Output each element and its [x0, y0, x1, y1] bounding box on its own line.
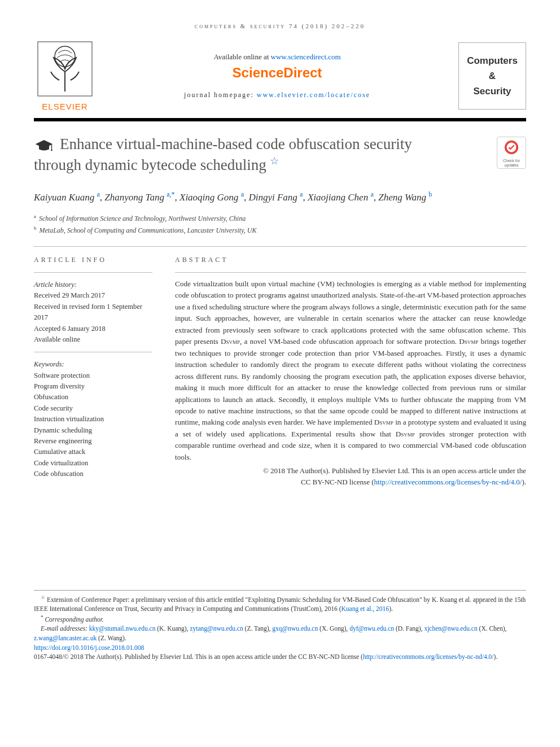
- keyword: Cumulative attack: [34, 447, 152, 457]
- divider: [34, 246, 526, 247]
- keyword: Code security: [34, 403, 152, 414]
- available-online-line: Available online at www.sciencedirect.co…: [107, 53, 447, 62]
- copyright-line2-prefix: CC BY-NC-ND license (: [301, 478, 374, 486]
- homepage-prefix: journal homepage:: [184, 91, 257, 99]
- copyright-block: © 2018 The Author(s). Published by Elsev…: [175, 465, 526, 488]
- article-info-label: ARTICLE INFO: [34, 255, 152, 265]
- author: Xiaojiang Chen a: [308, 192, 374, 203]
- footnote-extension: ☆ Extension of Conference Paper: a preli…: [34, 594, 526, 614]
- copyright-line2-suffix: ).: [522, 478, 526, 486]
- abstract-text: Code virtualization built upon virtual m…: [175, 278, 526, 463]
- keyword: Program diversity: [34, 381, 152, 392]
- affiliations: a School of Information Science and Tech…: [34, 212, 526, 236]
- running-header: computers & security 74 (2018) 202–220: [34, 23, 526, 29]
- graduation-cap-icon: [34, 138, 54, 154]
- history-accepted: Accepted 6 January 2018: [34, 324, 152, 334]
- publisher-logo-block: ELSEVIER: [34, 41, 96, 111]
- author: Zheng Wang b: [378, 192, 432, 203]
- masthead: ELSEVIER Available online at www.science…: [34, 41, 526, 121]
- email-link[interactable]: dyf@nwu.edu.cn: [349, 625, 394, 632]
- title-section: Check for updates Enhance virtual-machin…: [34, 134, 526, 176]
- journal-title-line3: Security: [463, 84, 521, 99]
- keyword: Reverse engineering: [34, 436, 152, 447]
- footnote-corresponding: * Corresponding author.: [34, 614, 526, 624]
- history-revised: Received in revised form 1 September 201…: [34, 302, 152, 324]
- title-footnote-star: ☆: [270, 155, 279, 167]
- abstract-column: ABSTRACT Code virtualization built upon …: [175, 255, 526, 488]
- keyword: Software protection: [34, 370, 152, 381]
- author: Xiaoqing Gong a: [180, 192, 244, 203]
- journal-homepage-line: journal homepage: www.elsevier.com/locat…: [107, 91, 447, 99]
- masthead-center: Available online at www.sciencedirect.co…: [96, 53, 458, 99]
- article-info-column: ARTICLE INFO Article history: Received 2…: [34, 255, 152, 488]
- author: Kaiyuan Kuang a: [34, 192, 100, 203]
- check-for-updates-badge[interactable]: Check for updates: [497, 137, 526, 169]
- journal-title-line2: &: [463, 68, 521, 84]
- footnote-issn: 0167-4048/© 2018 The Author(s). Publishe…: [34, 652, 526, 662]
- journal-title-line1: Computers: [463, 53, 521, 68]
- footnotes: ☆ Extension of Conference Paper: a preli…: [34, 590, 526, 662]
- copyright-line1: © 2018 The Author(s). Published by Elsev…: [263, 466, 526, 475]
- author: Dingyi Fang a: [248, 192, 303, 203]
- email-link[interactable]: kky@stumail.nwu.edu.cn: [89, 625, 156, 632]
- affiliation-a: a School of Information Science and Tech…: [34, 212, 526, 224]
- svg-point-1: [55, 46, 75, 67]
- history-head: Article history:: [34, 279, 152, 290]
- citation-link[interactable]: Kuang et al., 2016: [341, 605, 389, 612]
- crossmark-icon: [504, 139, 519, 155]
- title-text: Enhance virtual-machine-based code obfus…: [34, 136, 412, 173]
- affiliation-b: b MetaLab, School of Computing and Commu…: [34, 224, 526, 236]
- history-online: Available online: [34, 334, 152, 345]
- available-prefix: Available online at: [213, 53, 270, 61]
- abstract-label: ABSTRACT: [175, 255, 526, 265]
- sciencedirect-link[interactable]: www.sciencedirect.com: [271, 53, 341, 61]
- doi-link[interactable]: https://doi.org/10.1016/j.cose.2018.01.0…: [34, 644, 144, 651]
- email-link[interactable]: xjchen@nwu.edu.cn: [424, 625, 477, 632]
- paper-title: Enhance virtual-machine-based code obfus…: [34, 134, 463, 176]
- footnote-doi: https://doi.org/10.1016/j.cose.2018.01.0…: [34, 643, 526, 653]
- keyword: Instruction virtualization: [34, 414, 152, 425]
- email-link[interactable]: gxq@nwu.edu.cn: [272, 625, 318, 632]
- sciencedirect-logo: ScienceDirect: [107, 65, 447, 81]
- author-list: Kaiyuan Kuang a, Zhanyong Tang a,*, Xiao…: [34, 189, 526, 204]
- email-link[interactable]: zytang@nwu.edu.cn: [190, 625, 243, 632]
- keyword: Code virtualization: [34, 458, 152, 469]
- content-grid: ARTICLE INFO Article history: Received 2…: [34, 255, 526, 488]
- license-link[interactable]: http://creativecommons.org/licenses/by-n…: [374, 478, 522, 486]
- check-updates-text: Check for updates: [498, 159, 524, 167]
- elsevier-tree-icon: [37, 41, 93, 97]
- history-received: Received 29 March 2017: [34, 290, 152, 301]
- email-link[interactable]: z.wang@lancaster.ac.uk: [34, 635, 97, 641]
- keyword: Dynamic scheduling: [34, 425, 152, 436]
- keyword: Code obfuscation: [34, 469, 152, 479]
- issn-license-link[interactable]: http://creativecommons.org/licenses/by-n…: [363, 653, 494, 660]
- author: Zhanyong Tang a,*: [104, 192, 174, 203]
- journal-cover: Computers & Security: [458, 42, 526, 110]
- svg-point-5: [51, 150, 53, 151]
- keyword: Obfuscation: [34, 392, 152, 403]
- elsevier-wordmark: ELSEVIER: [34, 102, 96, 111]
- footnote-emails: E-mail addresses: kky@stumail.nwu.edu.cn…: [34, 624, 526, 643]
- journal-homepage-link[interactable]: www.elsevier.com/locate/cose: [257, 91, 370, 99]
- keywords-head: Keywords:: [34, 359, 152, 370]
